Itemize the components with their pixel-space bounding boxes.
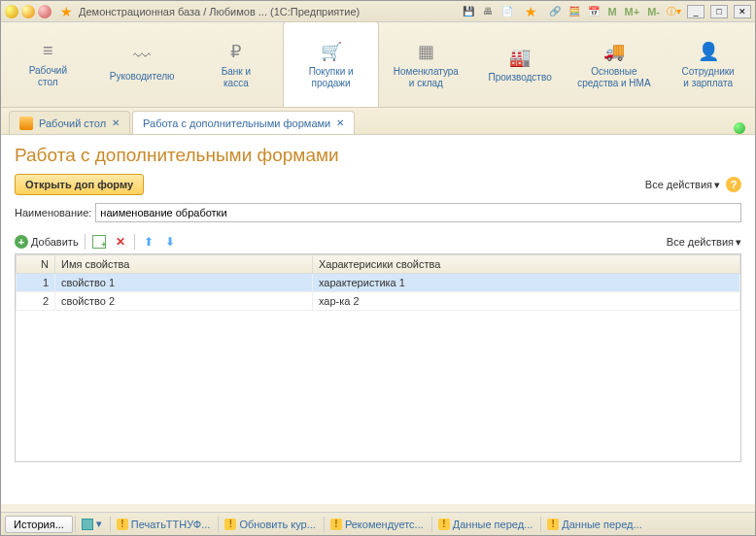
copy-icon [92,235,106,249]
content: Работа с дополнительными формами Открыть… [1,135,755,504]
tab-label: Работа с дополнительными формами [143,117,330,129]
page-title: Работа с дополнительными формами [15,145,741,166]
sb-item-3[interactable]: !Данные перед... [431,517,538,532]
warn-icon: ! [547,519,559,530]
tabbar: Рабочий стол ✕ Работа с дополнительными … [1,108,755,135]
titlebar: ★ Демонстрационная база / Любимов ... (1… [1,1,755,22]
tab-desktop[interactable]: Рабочий стол ✕ [9,111,130,134]
nav-fwd-icon[interactable] [38,5,52,18]
truck-icon: 🚚 [603,41,625,62]
sb-windows[interactable]: ▾ [75,516,108,532]
warn-icon: ! [330,519,342,530]
app-icon [5,5,18,18]
info-icon[interactable]: ⓘ▾ [666,4,681,19]
sb-item-2[interactable]: !Рекомендуетс... [324,517,430,532]
open-form-button[interactable]: Открыть доп форму [15,174,144,195]
tab-forms[interactable]: Работа с дополнительными формами ✕ [132,111,355,134]
calc-icon[interactable]: 🧮 [567,4,582,19]
col-n[interactable]: N [17,255,55,274]
link-icon[interactable]: 🔗 [547,4,563,19]
nav-stock[interactable]: ▦Номенклатура и склад [379,22,473,107]
delete-button[interactable]: ✕ [113,234,128,250]
list-icon: ≡ [43,41,53,61]
m-minus-button[interactable]: M- [645,6,662,17]
nav-back-icon[interactable] [21,5,35,18]
status-dot-icon[interactable] [734,122,745,134]
copy-button[interactable] [91,234,107,250]
save-icon[interactable]: 💾 [461,4,476,19]
m-button[interactable]: M [605,6,618,17]
properties-table: N Имя свойства Характерисики свойства 1 … [15,253,741,462]
nav-production[interactable]: 🏭Производство [473,22,567,107]
favorite-icon[interactable]: ★ [60,4,73,19]
name-label: Наименование: [15,207,91,218]
nav-sales[interactable]: 🛒Покупки и продажи [283,21,379,107]
desktop-tab-icon [19,117,33,130]
close-icon[interactable]: ✕ [112,117,120,128]
tab-label: Рабочий стол [39,117,106,129]
close-icon[interactable]: ✕ [336,117,344,128]
window-title: Демонстрационная база / Любимов ... (1С:… [79,6,461,17]
all-actions-menu[interactable]: Все действия▾ [645,179,720,191]
help-icon[interactable]: ? [726,177,741,192]
chart-icon: 〰 [133,47,151,67]
grid-icon: ▦ [418,41,434,62]
print-icon[interactable]: 🖶 [480,4,496,19]
history-button[interactable]: История... [5,516,73,533]
navbar: ≡Рабочий стол 〰Руководителю ₽Банк и касс… [1,22,755,108]
nav-desktop[interactable]: ≡Рабочий стол [1,22,95,107]
nav-manager[interactable]: 〰Руководителю [95,22,189,107]
money-icon: ₽ [230,41,241,62]
factory-icon: 🏭 [509,47,531,68]
move-down-button[interactable]: ⬇ [162,234,178,250]
col-char[interactable]: Характерисики свойства [312,255,739,274]
calendar-icon[interactable]: 📅 [586,4,601,19]
minimize-button[interactable]: _ [687,5,704,18]
warn-icon: ! [438,519,450,530]
sb-item-1[interactable]: !Обновить кур... [218,517,321,532]
table-row[interactable]: 1 свойство 1 характеристика 1 [17,274,740,292]
table-row[interactable]: 2 свойство 2 хар-ка 2 [17,292,740,311]
doc-icon[interactable]: 📄 [499,4,515,19]
warn-icon: ! [224,519,236,530]
nav-assets[interactable]: 🚚Основные средства и НМА [567,22,662,107]
table-all-actions-menu[interactable]: Все действия▾ [667,236,741,249]
nav-bank[interactable]: ₽Банк и касса [189,22,284,107]
star-icon[interactable]: ★ [525,4,537,19]
close-button[interactable]: ✕ [734,5,751,18]
person-icon: 👤 [698,41,719,62]
sb-item-0[interactable]: !ПечатьТТНУФ... [110,517,217,532]
cart-icon: 🛒 [321,41,342,62]
plus-icon: + [15,235,28,249]
statusbar: История... ▾ !ПечатьТТНУФ... !Обновить к… [1,512,755,535]
maximize-button[interactable]: □ [710,5,728,18]
warn-icon: ! [117,519,128,530]
col-name[interactable]: Имя свойства [55,255,313,274]
sb-item-4[interactable]: !Данные перед... [540,517,647,532]
nav-hr[interactable]: 👤Сотрудники и зарплата [661,22,755,107]
name-input[interactable] [95,203,741,222]
move-up-button[interactable]: ⬆ [141,234,156,250]
add-button[interactable]: +Добавить [15,235,79,249]
windows-icon [82,519,93,530]
m-plus-button[interactable]: M+ [623,6,642,17]
